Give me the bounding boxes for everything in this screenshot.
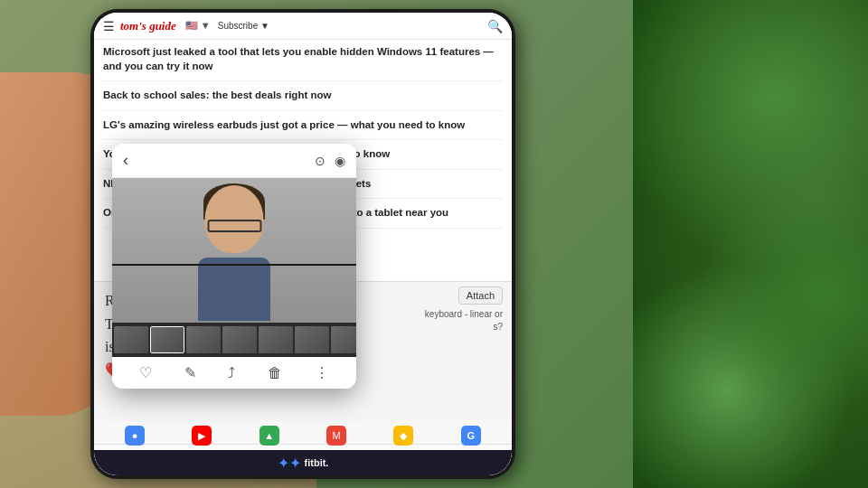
thumbnail-strip[interactable] [112,323,356,357]
attach-button[interactable]: Attach [458,286,503,305]
photo-viewer: ‹ ⊙ ◉ [112,144,356,389]
person-glasses [207,220,261,232]
fitbit-ad-bar[interactable]: ✦✦ fitbit. [94,450,512,475]
tg-header: ☰ tom's guide 🇺🇸 ▼ Subscribe ▼ 🔍 [94,13,512,40]
thumbnail-3[interactable] [186,326,221,353]
article-title-3: LG's amazing wireless earbuds just got a… [103,118,503,133]
thumbnail-7[interactable] [331,326,356,353]
google-icon[interactable]: G [461,426,481,446]
article-item-1[interactable]: Microsoft just leaked a tool that lets y… [103,45,503,81]
photo-action-bar: ♡ ✎ ⤴ 🗑 ⋮ [112,357,356,389]
more-button[interactable]: ⋮ [315,364,329,381]
thumbnail-6[interactable] [295,326,329,353]
youtube-icon[interactable]: ▶ [192,426,212,446]
edit-button[interactable]: ✎ [184,364,196,381]
app-dock: ● ▶ ▲ M ◆ G [94,421,512,450]
keyboard-hint: keyboard - linear or [425,309,503,319]
flag-area[interactable]: 🇺🇸 ▼ [185,20,211,32]
subscribe-button[interactable]: Subscribe ▼ [218,21,269,31]
phone-device: ☰ tom's guide 🇺🇸 ▼ Subscribe ▼ 🔍 Microso… [90,9,515,479]
article-title-2: Back to school sales: the best deals rig… [103,89,503,103]
person-head [205,185,264,253]
photo-viewer-header: ‹ ⊙ ◉ [112,144,356,178]
back-button[interactable]: ‹ [123,151,128,170]
greenery [633,0,868,488]
person-body [198,258,270,321]
like-button[interactable]: ♡ [139,364,152,381]
maps-icon[interactable]: ◆ [393,426,413,446]
gmail-icon[interactable]: M [326,426,346,446]
view-photo-icon[interactable]: ◉ [335,154,345,168]
photo-black-line [112,264,356,266]
share-button[interactable]: ⤴ [228,365,235,381]
article-title-1: Microsoft just leaked a tool that lets y… [103,45,503,73]
search-icon[interactable]: 🔍 [487,19,503,33]
phone-screen: ☰ tom's guide 🇺🇸 ▼ Subscribe ▼ 🔍 Microso… [94,13,512,475]
thumbnail-4[interactable] [222,326,257,353]
article-item-3[interactable]: LG's amazing wireless earbuds just got a… [103,118,503,141]
article-item-2[interactable]: Back to school sales: the best deals rig… [103,89,503,111]
fitbit-dots: ✦✦ [278,455,301,472]
person-in-photo [180,181,288,321]
thumbnail-2[interactable] [150,326,184,353]
chrome-icon[interactable]: ● [125,426,145,446]
keyboard-hint2: s? [493,322,503,332]
thumbnail-1[interactable] [114,326,148,353]
edit-photo-icon[interactable]: ⊙ [315,154,326,168]
main-photo [112,178,356,323]
hamburger-icon[interactable]: ☰ [103,19,115,33]
thumbnail-5[interactable] [259,326,293,353]
toms-guide-logo: tom's guide [120,19,176,33]
play-store-icon[interactable]: ▲ [259,426,279,446]
delete-button[interactable]: 🗑 [268,365,282,381]
fitbit-logo: fitbit. [305,457,329,468]
